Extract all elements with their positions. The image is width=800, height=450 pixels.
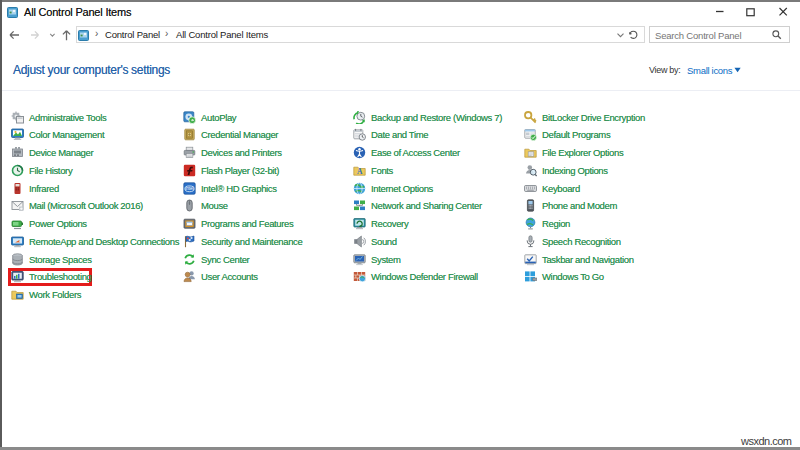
svg-text:intel: intel bbox=[185, 186, 193, 191]
svg-text:A: A bbox=[357, 167, 363, 176]
